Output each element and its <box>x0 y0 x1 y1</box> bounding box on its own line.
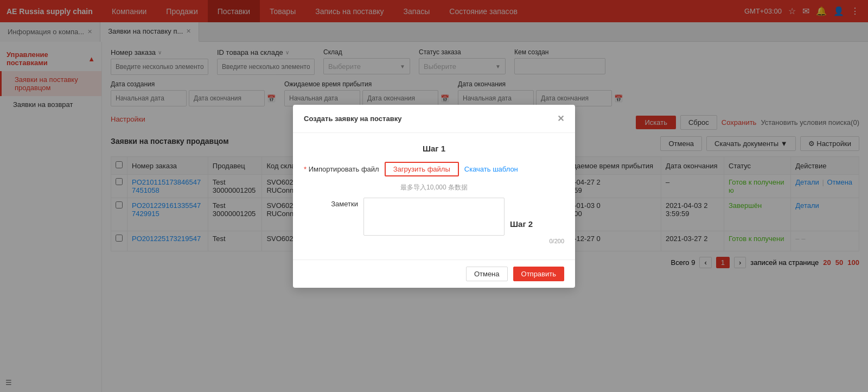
notes-label: Заметки <box>304 198 358 208</box>
upload-files-button[interactable]: Загрузить файлы <box>385 162 459 176</box>
modal-overlay: Создать заявку на поставку ✕ Шаг 1 * Имп… <box>0 0 868 392</box>
modal-header: Создать заявку на поставку ✕ <box>293 105 575 133</box>
step-1-label: Шаг 1 <box>304 144 564 153</box>
notes-row: Заметки Шаг 2 <box>304 198 564 236</box>
modal-close-icon[interactable]: ✕ <box>557 113 564 124</box>
import-file-label: * Импортировать файл <box>304 165 379 173</box>
char-count: 0/200 <box>363 238 564 244</box>
import-file-row: * Импортировать файл Загрузить файлы Ска… <box>304 162 564 176</box>
modal-submit-button[interactable]: Отправить <box>513 267 564 281</box>
modal-title: Создать заявку на поставку <box>304 115 401 123</box>
download-template-link[interactable]: Скачать шаблон <box>464 165 518 173</box>
create-supply-modal: Создать заявку на поставку ✕ Шаг 1 * Имп… <box>293 105 575 288</box>
import-file-text: Импортировать файл <box>309 165 379 173</box>
required-star: * <box>304 165 309 173</box>
hint-text: 最多导入10,000 条数据 <box>304 183 564 192</box>
modal-cancel-button[interactable]: Отмена <box>466 267 508 281</box>
modal-footer: Отмена Отправить <box>293 260 575 288</box>
modal-body: Шаг 1 * Импортировать файл Загрузить фай… <box>293 133 575 260</box>
notes-textarea[interactable] <box>363 198 505 236</box>
step-2-label: Шаг 2 <box>510 219 533 229</box>
